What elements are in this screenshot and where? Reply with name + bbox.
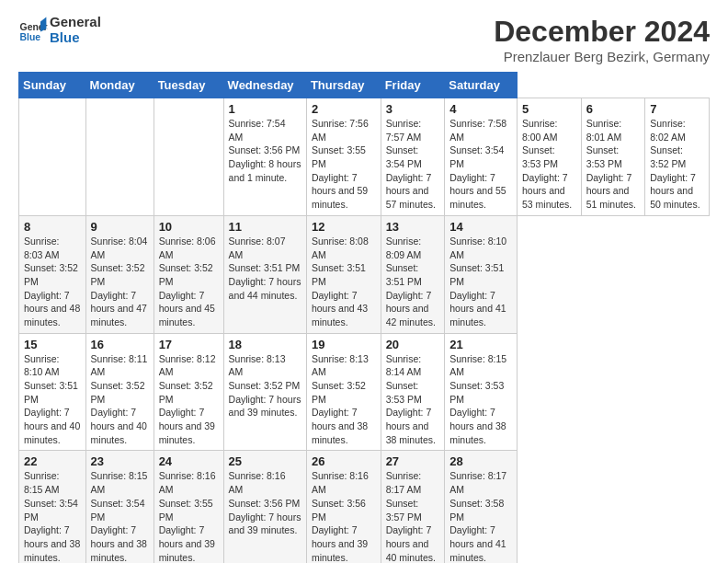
day-cell: 12 Sunrise: 8:08 AM Sunset: 3:51 PM Dayl… — [306, 215, 381, 333]
day-number: 11 — [229, 220, 301, 234]
day-cell: 10 Sunrise: 8:06 AM Sunset: 3:52 PM Dayl… — [154, 215, 223, 333]
week-row-2: 8 Sunrise: 8:03 AM Sunset: 3:52 PM Dayli… — [19, 215, 710, 333]
day-info: Sunrise: 8:13 AM Sunset: 3:52 PM Dayligh… — [312, 352, 376, 447]
weekday-header-sunday: Sunday — [19, 73, 86, 98]
title-area: December 2024 Prenzlauer Berg Bezirk, Ge… — [494, 15, 710, 64]
day-number: 21 — [449, 338, 512, 351]
weekday-header-friday: Friday — [381, 73, 445, 98]
day-cell: 19 Sunrise: 8:13 AM Sunset: 3:52 PM Dayl… — [306, 333, 381, 451]
day-number: 5 — [522, 102, 576, 116]
day-info: Sunrise: 8:15 AM Sunset: 3:53 PM Dayligh… — [449, 352, 512, 447]
day-number: 3 — [386, 102, 440, 116]
day-cell — [19, 98, 86, 216]
day-cell: 24 Sunrise: 8:16 AM Sunset: 3:55 PM Dayl… — [154, 451, 223, 563]
week-row-1: 1 Sunrise: 7:54 AM Sunset: 3:56 PM Dayli… — [19, 98, 710, 216]
day-info: Sunrise: 8:02 AM Sunset: 3:52 PM Dayligh… — [650, 117, 704, 212]
day-cell: 20 Sunrise: 8:14 AM Sunset: 3:53 PM Dayl… — [381, 333, 445, 451]
weekday-header-wednesday: Wednesday — [223, 73, 306, 98]
month-title: December 2024 — [494, 15, 710, 49]
day-info: Sunrise: 7:56 AM Sunset: 3:55 PM Dayligh… — [312, 117, 376, 212]
day-info: Sunrise: 8:09 AM Sunset: 3:51 PM Dayligh… — [386, 235, 440, 329]
day-cell: 21 Sunrise: 8:15 AM Sunset: 3:53 PM Dayl… — [445, 333, 518, 451]
weekday-header-monday: Monday — [85, 73, 154, 98]
day-info: Sunrise: 8:04 AM Sunset: 3:52 PM Dayligh… — [91, 235, 149, 329]
day-cell — [154, 98, 223, 216]
day-info: Sunrise: 8:03 AM Sunset: 3:52 PM Dayligh… — [24, 235, 81, 329]
day-cell: 23 Sunrise: 8:15 AM Sunset: 3:54 PM Dayl… — [85, 451, 154, 563]
day-cell: 4 Sunrise: 7:58 AM Sunset: 3:54 PM Dayli… — [445, 98, 518, 216]
day-cell: 8 Sunrise: 8:03 AM Sunset: 3:52 PM Dayli… — [19, 215, 86, 333]
day-cell: 5 Sunrise: 8:00 AM Sunset: 3:53 PM Dayli… — [517, 98, 581, 216]
day-info: Sunrise: 8:14 AM Sunset: 3:53 PM Dayligh… — [386, 352, 440, 447]
weekday-header-saturday: Saturday — [445, 73, 518, 98]
weekday-header-tuesday: Tuesday — [154, 73, 223, 98]
day-info: Sunrise: 7:57 AM Sunset: 3:54 PM Dayligh… — [386, 117, 440, 212]
weekday-header-row: SundayMondayTuesdayWednesdayThursdayFrid… — [19, 73, 710, 98]
calendar-table: SundayMondayTuesdayWednesdayThursdayFrid… — [18, 72, 710, 563]
day-number: 1 — [229, 102, 301, 116]
weekday-header-thursday: Thursday — [306, 73, 381, 98]
day-cell: 7 Sunrise: 8:02 AM Sunset: 3:52 PM Dayli… — [645, 98, 710, 216]
day-number: 20 — [386, 338, 440, 351]
day-number: 13 — [386, 220, 440, 234]
logo-icon: General Blue — [18, 16, 48, 45]
day-number: 19 — [312, 338, 376, 351]
day-cell: 15 Sunrise: 8:10 AM Sunset: 3:51 PM Dayl… — [19, 333, 86, 451]
logo: General Blue General Blue — [18, 15, 101, 45]
day-number: 16 — [91, 338, 149, 351]
header: General Blue General Blue December 2024 … — [18, 15, 710, 64]
day-info: Sunrise: 8:10 AM Sunset: 3:51 PM Dayligh… — [24, 352, 81, 447]
day-cell: 9 Sunrise: 8:04 AM Sunset: 3:52 PM Dayli… — [85, 215, 154, 333]
day-cell: 22 Sunrise: 8:15 AM Sunset: 3:54 PM Dayl… — [19, 451, 86, 563]
day-cell: 6 Sunrise: 8:01 AM Sunset: 3:53 PM Dayli… — [581, 98, 645, 216]
day-cell: 2 Sunrise: 7:56 AM Sunset: 3:55 PM Dayli… — [306, 98, 381, 216]
day-info: Sunrise: 8:16 AM Sunset: 3:56 PM Dayligh… — [312, 469, 376, 563]
day-number: 14 — [449, 220, 512, 234]
day-cell: 3 Sunrise: 7:57 AM Sunset: 3:54 PM Dayli… — [381, 98, 445, 216]
day-number: 23 — [91, 454, 149, 468]
day-info: Sunrise: 8:17 AM Sunset: 3:57 PM Dayligh… — [386, 469, 440, 563]
location-title: Prenzlauer Berg Bezirk, Germany — [494, 49, 710, 64]
week-row-4: 22 Sunrise: 8:15 AM Sunset: 3:54 PM Dayl… — [19, 451, 710, 563]
day-number: 18 — [229, 338, 301, 351]
day-number: 8 — [24, 220, 81, 234]
day-cell: 25 Sunrise: 8:16 AM Sunset: 3:56 PM Dayl… — [223, 451, 306, 563]
day-number: 17 — [159, 338, 219, 351]
day-number: 24 — [159, 454, 219, 468]
day-info: Sunrise: 8:00 AM Sunset: 3:53 PM Dayligh… — [522, 117, 576, 212]
day-number: 26 — [312, 454, 376, 468]
day-info: Sunrise: 8:16 AM Sunset: 3:55 PM Dayligh… — [159, 469, 219, 563]
logo-general: General — [50, 15, 101, 30]
day-cell: 14 Sunrise: 8:10 AM Sunset: 3:51 PM Dayl… — [445, 215, 518, 333]
day-info: Sunrise: 8:11 AM Sunset: 3:52 PM Dayligh… — [91, 352, 149, 447]
day-number: 2 — [312, 102, 376, 116]
day-number: 27 — [386, 454, 440, 468]
day-number: 12 — [312, 220, 376, 234]
day-info: Sunrise: 8:13 AM Sunset: 3:52 PM Dayligh… — [229, 352, 301, 419]
day-info: Sunrise: 8:08 AM Sunset: 3:51 PM Dayligh… — [312, 235, 376, 329]
day-number: 9 — [91, 220, 149, 234]
day-info: Sunrise: 8:01 AM Sunset: 3:53 PM Dayligh… — [586, 117, 641, 212]
day-number: 10 — [159, 220, 219, 234]
day-cell: 13 Sunrise: 8:09 AM Sunset: 3:51 PM Dayl… — [381, 215, 445, 333]
day-number: 15 — [24, 338, 81, 351]
day-cell: 26 Sunrise: 8:16 AM Sunset: 3:56 PM Dayl… — [306, 451, 381, 563]
day-info: Sunrise: 8:16 AM Sunset: 3:56 PM Dayligh… — [229, 469, 301, 536]
day-number: 22 — [24, 454, 81, 468]
day-cell: 28 Sunrise: 8:17 AM Sunset: 3:58 PM Dayl… — [445, 451, 518, 563]
day-number: 4 — [449, 102, 512, 116]
day-number: 28 — [449, 454, 512, 468]
day-number: 6 — [586, 102, 641, 116]
day-cell: 11 Sunrise: 8:07 AM Sunset: 3:51 PM Dayl… — [223, 215, 306, 333]
day-cell: 16 Sunrise: 8:11 AM Sunset: 3:52 PM Dayl… — [85, 333, 154, 451]
day-cell: 18 Sunrise: 8:13 AM Sunset: 3:52 PM Dayl… — [223, 333, 306, 451]
day-cell: 27 Sunrise: 8:17 AM Sunset: 3:57 PM Dayl… — [381, 451, 445, 563]
day-cell: 1 Sunrise: 7:54 AM Sunset: 3:56 PM Dayli… — [223, 98, 306, 216]
day-info: Sunrise: 8:15 AM Sunset: 3:54 PM Dayligh… — [24, 469, 81, 563]
day-cell: 17 Sunrise: 8:12 AM Sunset: 3:52 PM Dayl… — [154, 333, 223, 451]
day-info: Sunrise: 8:10 AM Sunset: 3:51 PM Dayligh… — [449, 235, 512, 329]
day-info: Sunrise: 8:17 AM Sunset: 3:58 PM Dayligh… — [449, 469, 512, 563]
day-number: 25 — [229, 454, 301, 468]
day-number: 7 — [650, 102, 704, 116]
day-info: Sunrise: 7:58 AM Sunset: 3:54 PM Dayligh… — [449, 117, 512, 212]
